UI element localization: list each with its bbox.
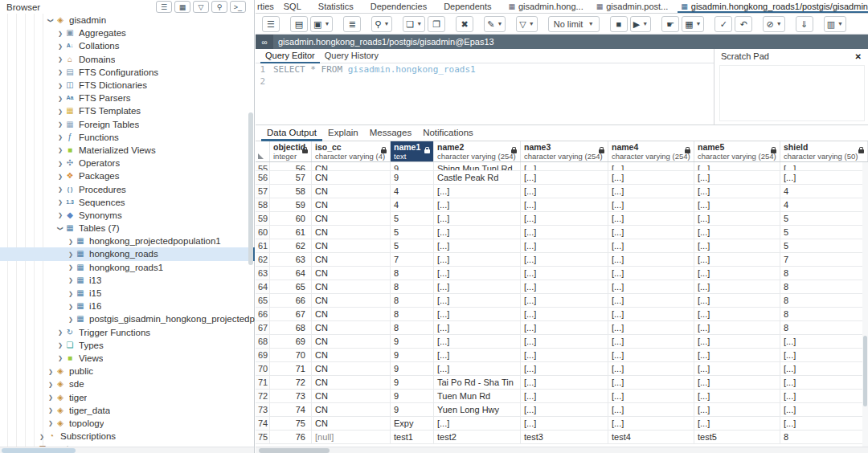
grid-vscroll-thumb[interactable] xyxy=(863,336,867,406)
cell-name3[interactable]: [...] xyxy=(521,417,608,431)
cell-objectid[interactable]: 69 xyxy=(270,335,312,349)
tree-item-subscriptions[interactable]: ❯◔Subscriptions xyxy=(0,430,255,443)
cell-name1[interactable]: Expy xyxy=(391,417,434,431)
cell-shield[interactable]: [...] xyxy=(780,362,868,376)
tree-scrollbar-thumb[interactable] xyxy=(2,448,76,453)
tree-item-topology[interactable]: ❯◈topology xyxy=(0,417,255,430)
collapse-icon[interactable]: ❯ xyxy=(47,17,54,24)
terminal-icon[interactable]: >_ xyxy=(230,1,246,13)
cell-iso_cc[interactable]: CN xyxy=(312,280,391,294)
cell-shield[interactable]: [...] xyxy=(780,390,868,403)
cell-iso_cc[interactable]: CN xyxy=(312,417,391,431)
cell-name3[interactable]: [...] xyxy=(521,390,608,403)
cell-name1[interactable]: 8 xyxy=(391,321,434,335)
tree-item-hongkong-projectedpopulation1[interactable]: ❯▦hongkong_projectedpopulation1 xyxy=(0,235,255,247)
cell-shield[interactable]: 4 xyxy=(780,198,868,212)
tree-item-fts-configurations[interactable]: ❯▤FTS Configurations xyxy=(0,66,255,79)
cell-name1[interactable]: 9 xyxy=(391,362,434,376)
tree-item-synonyms[interactable]: ❯◆Synonyms xyxy=(0,209,255,222)
expand-icon[interactable]: ❯ xyxy=(57,82,64,88)
cell-name3[interactable]: [...] xyxy=(521,308,608,321)
cell-name3[interactable]: [...] xyxy=(521,185,608,198)
grid-vertical-scrollbar[interactable] xyxy=(862,162,868,447)
row-number[interactable]: 72 xyxy=(256,390,270,403)
cell-name5[interactable]: [...] xyxy=(694,212,780,226)
close-icon[interactable]: ✕ xyxy=(855,52,862,61)
cell-name5[interactable]: [...] xyxy=(694,335,780,349)
cell-name3[interactable]: [...] xyxy=(521,198,608,212)
column-header-name3[interactable]: name3character varying (254) xyxy=(521,141,608,161)
cell-iso_cc[interactable]: CN xyxy=(312,253,391,267)
filter-button[interactable]: ▽▼ xyxy=(516,16,537,32)
execute-button[interactable]: ▶▼ xyxy=(630,16,651,32)
cell-objectid[interactable]: 76 xyxy=(270,431,312,444)
cell-iso_cc[interactable]: CN xyxy=(312,335,391,349)
column-header-name5[interactable]: name5character varying (254) xyxy=(694,141,780,161)
cancel-button[interactable]: ■ xyxy=(610,16,628,32)
cell-name1[interactable]: 4 xyxy=(391,198,434,212)
cell-name5[interactable]: [...] xyxy=(694,362,780,376)
cell-name4[interactable]: [...] xyxy=(608,171,694,185)
cell-name4[interactable]: [...] xyxy=(608,253,694,267)
cell-name1[interactable]: 8 xyxy=(391,280,434,294)
cell-iso_cc[interactable]: CN xyxy=(312,362,391,376)
tree-item-i15[interactable]: ❯▦i15 xyxy=(0,287,255,300)
tree-item-hongkong-roads[interactable]: ❯▦hongkong_roads xyxy=(0,247,255,260)
tree-item-tiger-data[interactable]: ❯◈tiger_data xyxy=(0,404,255,417)
cell-objectid[interactable]: 60 xyxy=(270,212,312,226)
cell-name2[interactable]: [...] xyxy=(434,253,521,267)
row-number[interactable]: 67 xyxy=(256,321,270,335)
cell-name1[interactable]: 9 xyxy=(391,162,434,171)
cell-name5[interactable]: [...] xyxy=(694,239,780,253)
cell-iso_cc[interactable]: CN xyxy=(312,294,391,308)
cell-name2[interactable]: [...] xyxy=(434,267,521,280)
find-button[interactable]: ⚲▼ xyxy=(371,16,392,32)
cell-iso_cc[interactable]: CN xyxy=(312,267,391,280)
column-header-objectid[interactable]: objectidinteger xyxy=(270,141,312,161)
cell-shield[interactable]: 8 xyxy=(780,267,868,280)
expand-icon[interactable]: ❯ xyxy=(57,30,64,36)
cell-objectid[interactable]: 59 xyxy=(270,198,312,212)
expand-icon[interactable]: ❯ xyxy=(57,147,64,153)
expand-icon[interactable]: ❯ xyxy=(57,121,64,128)
cell-name2[interactable]: [...] xyxy=(434,239,521,253)
column-header-iso_cc[interactable]: iso_cccharacter varying (4) xyxy=(312,141,391,161)
expand-icon[interactable]: ❯ xyxy=(57,186,64,192)
tree-item-fts-templates[interactable]: ❯▦FTS Templates xyxy=(0,104,255,117)
expand-icon[interactable]: ❯ xyxy=(68,303,75,309)
copy-button[interactable]: ❏▼ xyxy=(403,16,425,32)
query-editor[interactable]: 1 SELECT * FROM gisadmin.hongkong_roads1… xyxy=(256,63,714,125)
expand-icon[interactable]: ❯ xyxy=(57,160,64,166)
cell-name1[interactable]: 7 xyxy=(391,253,434,267)
cell-name2[interactable]: Shing Mun Tunl Rd xyxy=(434,162,521,171)
cell-shield[interactable]: [...] xyxy=(780,417,868,431)
cell-name5[interactable]: [...] xyxy=(694,253,780,267)
cell-iso_cc[interactable]: CN xyxy=(312,171,391,185)
cell-name3[interactable]: [...] xyxy=(521,171,608,185)
cell-name3[interactable]: [...] xyxy=(521,267,608,280)
cell-shield[interactable]: 8 xyxy=(780,431,868,444)
cell-name2[interactable]: test2 xyxy=(434,431,521,444)
expand-icon[interactable]: ❯ xyxy=(57,342,64,349)
cell-iso_cc[interactable]: CN xyxy=(312,185,391,198)
tab-query-history[interactable]: Query History xyxy=(325,49,379,63)
cell-name5[interactable]: [...] xyxy=(694,403,780,417)
expand-icon[interactable]: ❯ xyxy=(57,43,64,49)
column-header-shield[interactable]: shieldcharacter varying (50) xyxy=(780,141,868,161)
cell-iso_cc[interactable]: [null] xyxy=(312,431,391,444)
tab-query-editor[interactable]: Query Editor xyxy=(265,49,315,63)
cell-objectid[interactable]: 62 xyxy=(270,239,312,253)
edit-button[interactable]: ✎▼ xyxy=(484,16,506,32)
cell-shield[interactable]: 8 xyxy=(780,280,868,294)
cell-name1[interactable]: 9 xyxy=(391,349,434,362)
row-number[interactable]: 62 xyxy=(256,253,270,267)
expand-icon[interactable]: ❯ xyxy=(68,251,75,257)
expand-icon[interactable]: ❯ xyxy=(47,407,55,414)
cell-iso_cc[interactable]: CN xyxy=(312,403,391,417)
row-number[interactable]: 55 xyxy=(256,162,270,171)
cell-name4[interactable]: test4 xyxy=(608,431,694,444)
cell-iso_cc[interactable]: CN xyxy=(312,390,391,403)
tab-sql[interactable]: SQL xyxy=(284,2,301,11)
cell-name1[interactable]: 5 xyxy=(391,212,434,226)
cell-iso_cc[interactable]: CN xyxy=(312,212,391,226)
